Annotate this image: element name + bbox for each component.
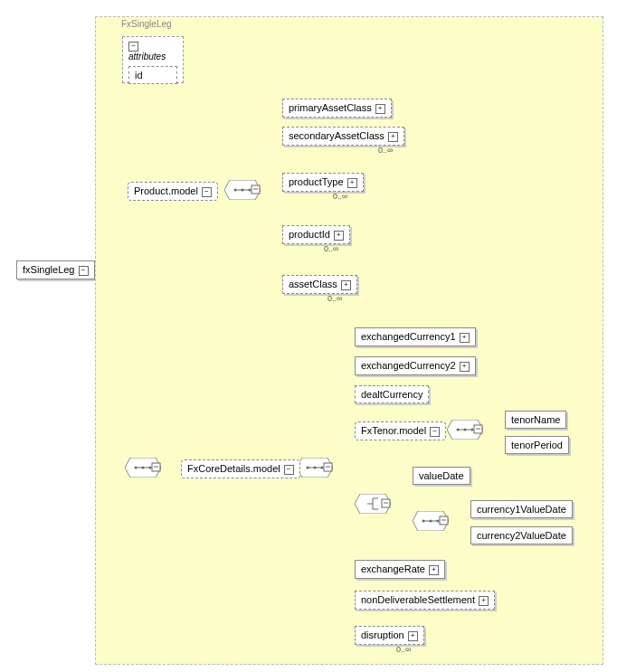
product-id: productId+ — [282, 225, 350, 244]
sequence-icon — [413, 511, 449, 533]
cardinality: 0..∞ — [327, 294, 342, 303]
label: exchangedCurrency2 — [361, 360, 456, 371]
cardinality: 0..∞ — [396, 645, 411, 654]
label: assetClass — [289, 279, 337, 289]
exchanged-currency2: exchangedCurrency2+ — [355, 356, 476, 375]
label: secondaryAssetClass — [289, 130, 384, 141]
non-deliverable-settlement: nonDeliverableSettlement+ — [355, 591, 495, 610]
sequence-icon — [447, 420, 483, 441]
plus-icon[interactable]: + — [460, 333, 470, 343]
dealt-currency: dealtCurrency — [355, 385, 429, 403]
plus-icon[interactable]: + — [334, 231, 344, 241]
fxtenor-model: FxTenor.model− — [355, 421, 446, 440]
currency1-value-date: currency1ValueDate — [470, 500, 573, 518]
cardinality: 0..∞ — [333, 192, 347, 201]
label: productId — [289, 229, 330, 240]
attr-id: id — [128, 66, 177, 84]
label: FxTenor.model — [361, 425, 426, 436]
type-name: FxSingleLeg — [121, 19, 172, 29]
asset-class: assetClass+ — [282, 275, 357, 294]
minus-icon[interactable]: − — [284, 465, 294, 475]
product-model: Product.model− — [128, 182, 218, 201]
plus-icon[interactable]: + — [460, 362, 470, 372]
plus-icon[interactable]: + — [479, 596, 489, 606]
attributes-header: attributes — [128, 52, 166, 62]
label: FxCoreDetails.model — [187, 463, 280, 474]
minus-icon[interactable]: − — [202, 187, 212, 197]
product-model-label: Product.model — [134, 185, 198, 196]
cardinality: 0..∞ — [324, 244, 338, 253]
label: nonDeliverableSettlement — [361, 594, 475, 605]
exchanged-currency1: exchangedCurrency1+ — [355, 327, 476, 346]
label: primaryAssetClass — [289, 102, 372, 113]
exchange-rate: exchangeRate+ — [355, 560, 445, 579]
product-type: productType+ — [282, 173, 364, 192]
plus-icon[interactable]: + — [408, 631, 418, 641]
disruption: disruption+ — [355, 626, 424, 645]
label: productType — [289, 176, 344, 187]
sequence-icon — [224, 180, 261, 202]
minus-icon[interactable]: − — [128, 42, 138, 52]
currency2-value-date: currency2ValueDate — [470, 526, 573, 544]
choice-icon — [355, 494, 391, 516]
sequence-icon — [125, 458, 161, 479]
minus-icon[interactable]: − — [430, 427, 440, 437]
plus-icon[interactable]: + — [388, 132, 398, 142]
tenor-name: tenorName — [505, 411, 566, 429]
secondary-asset-class: secondaryAssetClass+ — [282, 127, 404, 146]
sequence-icon — [297, 458, 333, 479]
plus-icon[interactable]: + — [347, 178, 357, 188]
tenor-period: tenorPeriod — [505, 436, 569, 454]
plus-icon[interactable]: + — [429, 565, 439, 575]
attributes-box: −attributes id — [122, 36, 184, 83]
minus-icon[interactable]: − — [79, 266, 89, 276]
primary-asset-class: primaryAssetClass+ — [282, 99, 392, 118]
cardinality: 0..∞ — [378, 146, 393, 155]
root-element: fxSingleLeg− — [16, 260, 95, 279]
fxcore-model: FxCoreDetails.model− — [181, 459, 300, 478]
value-date: valueDate — [413, 467, 470, 485]
root-label: fxSingleLeg — [23, 264, 75, 275]
label: exchangeRate — [361, 563, 425, 574]
label: disruption — [361, 629, 404, 640]
plus-icon[interactable]: + — [375, 104, 385, 114]
plus-icon[interactable]: + — [341, 280, 351, 290]
label: exchangedCurrency1 — [361, 331, 456, 342]
